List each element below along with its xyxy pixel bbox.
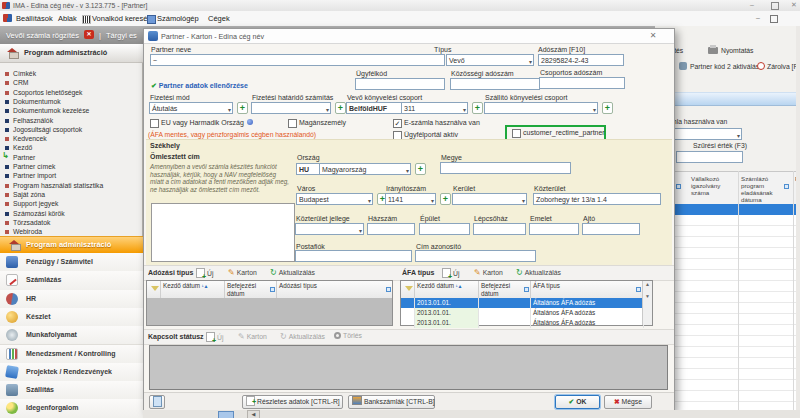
sidebar-module-hr[interactable]: HR xyxy=(0,290,143,309)
sidebar-module-munkafolyamat[interactable]: Munkafolyamat xyxy=(0,326,143,345)
ugyfelkod-input[interactable] xyxy=(355,78,445,90)
emelet-input[interactable] xyxy=(529,223,579,235)
kapcsolt-torles-button[interactable]: Törlés xyxy=(334,332,362,339)
befejezesi-datum-header[interactable]: Befejezési dátum xyxy=(225,281,277,298)
afa-tipus-header[interactable]: ÁFA típus xyxy=(531,281,642,298)
bg-col1-header[interactable]: Vállalkozó igazolvány száma xyxy=(691,175,736,196)
maganszemely-checkbox[interactable] xyxy=(288,119,297,128)
partner-kod2-button[interactable]: Partner kód 2 aktiválás xyxy=(690,63,759,70)
eszamla-checkbox[interactable]: ✓ xyxy=(393,119,402,128)
postafiok-input[interactable] xyxy=(295,250,412,262)
menu-cegek[interactable]: Cégek xyxy=(208,14,230,23)
fizetesi-mod-add-button[interactable]: + xyxy=(237,102,248,114)
filter-cell[interactable] xyxy=(401,281,415,298)
fizetesi-hatarido-add-button[interactable]: + xyxy=(335,102,346,114)
sidebar-item-partner[interactable]: ↳Partner xyxy=(0,154,143,163)
column-checkbox-icon[interactable] xyxy=(386,287,391,292)
kapcsolt-aktualizalas-button[interactable]: ↻Aktualizálás xyxy=(280,332,325,341)
sidebar-module-szamlazas[interactable]: Számlázás xyxy=(0,271,143,290)
sidebar-item-dokumentumok-kezelese[interactable]: Dokumentumok kezelése xyxy=(0,107,143,116)
omlesztett-cim-textarea[interactable] xyxy=(151,203,295,262)
sidebar-module-keszlet[interactable]: Készlet xyxy=(0,308,143,327)
csoportos-adoszam-input[interactable] xyxy=(539,77,625,89)
tab-targyi[interactable]: Tárgyi es xyxy=(106,31,137,40)
sidebar-item-csoportos-lehetosegek[interactable]: Csoportos lehetőségek xyxy=(0,89,143,98)
kozossegi-adoszam-input[interactable] xyxy=(450,78,540,90)
ajto-input[interactable] xyxy=(582,223,640,235)
fizetesi-mod-dropdown[interactable]: Átutalás▾ xyxy=(149,102,233,114)
iranyitoszam-add-button[interactable]: + xyxy=(440,193,451,205)
sidebar-active-module[interactable]: Program adminisztráció xyxy=(0,236,143,254)
sidebar-module-penzugy[interactable]: Pénzügy / Számvitel xyxy=(0,253,143,272)
sidebar-item-support-jegyek[interactable]: Support jegyek xyxy=(0,200,143,209)
sidebar-item-crm[interactable]: CRM xyxy=(0,79,143,88)
sidebar-item-felhasznalok[interactable]: Felhasználók xyxy=(0,117,143,126)
orszag-dropdown[interactable]: Magyarország▾ xyxy=(319,163,411,175)
filter-cell[interactable] xyxy=(147,281,161,298)
afa-uj-button[interactable]: Új xyxy=(442,268,459,278)
vertical-scrollbar[interactable]: ▲▼ xyxy=(642,281,652,325)
afa-grid-body[interactable]: 2013.01.01.Általános ÁFA adózás2013.01.0… xyxy=(401,298,642,325)
megse-button[interactable]: ✖ Mégse xyxy=(604,395,652,409)
sidebar-module-szallitas[interactable]: Szállítás xyxy=(0,381,143,400)
column-checkbox-icon[interactable] xyxy=(636,287,641,292)
orszag-add-button[interactable]: + xyxy=(415,163,426,175)
kozterulet-jellege-dropdown[interactable]: ▾ xyxy=(295,223,364,235)
sidebar-item-jogosultsagi-csoportok[interactable]: Jogosultsági csoportok xyxy=(0,126,143,135)
cim-azonosito-input[interactable] xyxy=(415,250,536,262)
adozasi-uj-button[interactable]: Új xyxy=(196,268,213,278)
sidebar-item-torzsadatok[interactable]: Törzsadatok xyxy=(0,219,143,228)
sidebar-module-idegenforgalom[interactable]: Idegenforgalom xyxy=(0,399,143,418)
sidebar-item-szamozasi-korok[interactable]: Számozási körök xyxy=(0,210,143,219)
adozasi-aktualizalas-button[interactable]: ↻Aktualizálás xyxy=(270,268,315,277)
window-maximize-button[interactable] xyxy=(771,2,779,10)
sidebar-item-kedvencek[interactable]: Kedvencek xyxy=(0,135,143,144)
menu-ablak[interactable]: Ablak xyxy=(58,14,77,23)
kozterulet-input[interactable]: Zoborhegy tér 13/a 1.4 xyxy=(533,193,661,205)
adozasi-tipus-header[interactable]: Adózási típus xyxy=(277,281,392,298)
megye-input[interactable] xyxy=(440,162,571,174)
varos-dropdown[interactable]: Budapest▾ xyxy=(296,193,373,205)
menu-szamologep[interactable]: Számológép xyxy=(157,14,199,23)
bg-table-selected-row[interactable] xyxy=(655,204,796,215)
hscroll-left-button[interactable]: ◀ xyxy=(247,410,260,418)
vevo-konyvelesi-value[interactable]: BelföldHUF xyxy=(346,102,402,114)
sidebar-module-projektek[interactable]: Projektek / Rendezvények xyxy=(0,363,143,382)
kapcsolt-karton-button[interactable]: ✎Karton xyxy=(238,332,267,341)
afa-karton-button[interactable]: ✎Karton xyxy=(474,268,503,277)
info-icon[interactable] xyxy=(247,119,253,125)
ok-button[interactable]: ✔ OK xyxy=(555,395,600,409)
column-checkbox-icon[interactable] xyxy=(524,287,529,292)
szuresi-input[interactable] xyxy=(676,151,743,163)
sidebar-module-menedzsment[interactable]: Menedzsment / Kontrolling xyxy=(0,345,143,364)
sidebar-item-dokumentumok[interactable]: Dokumentumok xyxy=(0,98,143,107)
reszletes-adatok-button[interactable]: Részletes adatok [CTRL-R] xyxy=(242,395,343,409)
print-button[interactable]: Nyomtatás xyxy=(721,47,753,54)
fizetesi-hatarido-dropdown[interactable]: ▾ xyxy=(251,102,331,114)
szallito-konyvelesi-dropdown[interactable]: ▾ xyxy=(484,102,598,114)
column-checkbox-icon[interactable] xyxy=(784,184,789,189)
szallito-konyvelesi-add-button[interactable]: + xyxy=(602,102,613,114)
mdi-restore-button[interactable] xyxy=(770,15,778,23)
window-close-button[interactable]: ✕ xyxy=(791,1,797,9)
afa-grid-row[interactable]: 2013.01.01.Általános ÁFA adózás xyxy=(401,298,642,308)
befejezesi-datum-header[interactable]: Befejezési dátum xyxy=(479,281,531,298)
adozasi-grid[interactable]: Kezdő dátum ¹▲ Befejezési dátum Adózási … xyxy=(146,280,393,326)
partner-adatok-ellenorzese-link[interactable]: ✔ Partner adatok ellenőrzése xyxy=(151,82,248,90)
kerulet-dropdown[interactable]: ▾ xyxy=(452,193,527,205)
kapcsolt-uj-button[interactable]: Új xyxy=(206,332,223,342)
sidebar-item-program-hasznalati-statisztika[interactable]: Program használati statisztika xyxy=(0,182,143,191)
sidebar-item-sajat-zona[interactable]: Saját zóna xyxy=(0,191,143,200)
adozasi-karton-button[interactable]: ✎Karton xyxy=(228,268,257,277)
partner-neve-input[interactable]: ~ xyxy=(150,54,445,66)
menu-vonalkod-kereses[interactable]: Vonalkód keresés xyxy=(92,14,151,23)
eu-checkbox[interactable] xyxy=(150,119,159,128)
sidebar-item-partner-import[interactable]: Partner import xyxy=(0,172,143,181)
afa-grid-row[interactable]: 2013.01.01.Általános ÁFA adózás xyxy=(401,308,642,318)
menu-beallitasok[interactable]: Beállítások xyxy=(16,14,53,23)
lepcsohaz-input[interactable] xyxy=(473,223,526,235)
bg-table-rows[interactable] xyxy=(655,215,796,410)
tab-vevoi-szamla-rogzites[interactable]: Vevői számla rögzítés xyxy=(6,31,79,40)
tab-close-icon[interactable]: ✕ xyxy=(84,30,94,39)
sidebar-item-kezdo[interactable]: Kezdő xyxy=(0,144,143,153)
